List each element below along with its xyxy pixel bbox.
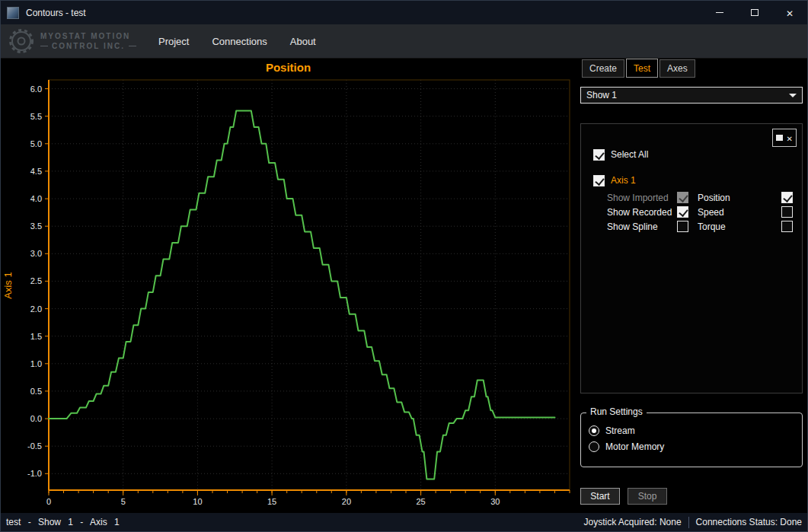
- tab-bar: Create Test Axes: [580, 59, 803, 78]
- menu-project[interactable]: Project: [147, 24, 200, 58]
- app-icon: [7, 7, 19, 19]
- show-recorded-label: Show Recorded: [607, 207, 677, 218]
- svg-text:5.0: 5.0: [30, 139, 42, 148]
- svg-text:15: 15: [267, 497, 276, 506]
- myostat-logo: MYOSTAT MOTION CONTROL INC.: [8, 28, 147, 54]
- minimize-button[interactable]: [702, 1, 737, 24]
- status-bar: test - Show 1 - Axis 1 Joystick Acquired…: [1, 513, 807, 531]
- torque-checkbox[interactable]: [781, 221, 793, 232]
- connection-status: Connections Status: Done: [696, 517, 802, 527]
- svg-text:1.5: 1.5: [30, 332, 42, 341]
- menu-bar: MYOSTAT MOTION CONTROL INC. Project Conn…: [1, 24, 807, 59]
- show-imported-checkbox[interactable]: [677, 192, 688, 203]
- svg-text:0.0: 0.0: [30, 414, 42, 423]
- logo-rule-left: [40, 46, 48, 46]
- svg-text:5.5: 5.5: [30, 112, 42, 121]
- svg-text:4.5: 4.5: [30, 167, 42, 176]
- show-imported-label: Show Imported: [607, 193, 677, 203]
- logo-rule-right: [129, 46, 136, 46]
- action-buttons: Start Stop: [580, 488, 803, 505]
- run-settings-group: Run Settings Stream Motor Memory: [580, 413, 803, 467]
- torque-label: Torque: [698, 221, 781, 232]
- panel-minimize-icon[interactable]: [776, 135, 783, 141]
- svg-text:2.0: 2.0: [30, 304, 42, 314]
- speed-label: Speed: [698, 207, 781, 218]
- close-button[interactable]: [772, 1, 807, 24]
- axis1-label: Axis 1: [611, 175, 636, 186]
- start-button[interactable]: Start: [580, 488, 620, 505]
- axis1-row[interactable]: Axis 1: [593, 173, 793, 188]
- tab-axes[interactable]: Axes: [659, 59, 695, 78]
- svg-text:-0.5: -0.5: [27, 441, 42, 451]
- svg-text:0.5: 0.5: [30, 387, 42, 396]
- select-all-row[interactable]: Select All: [593, 147, 793, 162]
- select-all-checkbox[interactable]: [593, 149, 605, 161]
- logo-text: MYOSTAT MOTION CONTROL INC.: [40, 31, 136, 52]
- status-right: Joystick Acquired: None Connections Stat…: [584, 517, 802, 528]
- show-recorded-checkbox[interactable]: [677, 206, 688, 218]
- position-checkbox[interactable]: [781, 192, 793, 203]
- motor-memory-radio-row[interactable]: Motor Memory: [589, 438, 794, 454]
- show-spline-label: Show Spline: [607, 221, 677, 232]
- menu-about[interactable]: About: [279, 24, 327, 58]
- stream-radio[interactable]: [589, 425, 599, 436]
- close-icon: [786, 6, 794, 20]
- stream-radio-row[interactable]: Stream: [589, 422, 794, 438]
- app-window: Contours - test MYOSTAT MOTION CONTROL I…: [0, 0, 808, 532]
- chevron-down-icon: [789, 94, 797, 97]
- show-spline-row: Show Spline Torque: [607, 219, 793, 234]
- axis1-checkbox[interactable]: [593, 175, 605, 186]
- title-bar[interactable]: Contours - test: [1, 1, 807, 24]
- speed-checkbox[interactable]: [781, 206, 793, 218]
- svg-text:1.0: 1.0: [30, 359, 42, 368]
- svg-text:25: 25: [416, 497, 425, 506]
- show-recorded-row: Show Recorded Speed: [607, 205, 793, 219]
- maximize-icon: [751, 9, 758, 16]
- svg-text:Axis 1: Axis 1: [2, 272, 14, 298]
- run-settings-title: Run Settings: [586, 406, 647, 417]
- status-context: test - Show 1 - Axis 1: [6, 517, 120, 527]
- logo-line2: CONTROL INC.: [52, 41, 125, 52]
- svg-text:20: 20: [342, 497, 351, 506]
- main-content: Position 6.05.55.04.54.03.53.02.52.01.51…: [1, 59, 807, 513]
- minimize-icon: [716, 12, 723, 13]
- stream-label: Stream: [605, 425, 635, 436]
- svg-text:30: 30: [490, 497, 500, 506]
- side-panel: Create Test Axes Show 1 Select All: [576, 59, 807, 513]
- stop-button[interactable]: Stop: [628, 488, 667, 505]
- svg-text:10: 10: [193, 497, 202, 506]
- svg-text:3.5: 3.5: [30, 221, 42, 231]
- chart-title: Position: [1, 59, 576, 75]
- joystick-status: Joystick Acquired: None: [584, 517, 682, 527]
- svg-text:6.0: 6.0: [30, 84, 42, 94]
- gear-icon: [8, 28, 34, 54]
- show-selector-dropdown[interactable]: Show 1: [580, 87, 803, 104]
- status-separator: [688, 517, 689, 528]
- svg-text:0: 0: [46, 497, 51, 506]
- select-all-label: Select All: [611, 149, 648, 160]
- series-visibility-panel: Select All Axis 1 Show Imported Position…: [580, 123, 803, 393]
- show-imported-row: Show Imported Position: [607, 190, 793, 205]
- axis1-options: Show Imported Position Show Recorded Spe…: [593, 190, 793, 234]
- svg-text:-1.0: -1.0: [27, 469, 42, 478]
- svg-text:4.0: 4.0: [30, 194, 42, 203]
- tab-test[interactable]: Test: [626, 59, 658, 78]
- window-title: Contours - test: [26, 8, 86, 18]
- dropdown-value: Show 1: [586, 90, 617, 100]
- svg-text:3.0: 3.0: [30, 249, 42, 258]
- chart-area: Position 6.05.55.04.54.03.53.02.52.01.51…: [1, 59, 576, 513]
- panel-close-icon[interactable]: [787, 131, 793, 145]
- motor-memory-label: Motor Memory: [605, 441, 664, 452]
- position-label: Position: [698, 193, 781, 203]
- show-spline-checkbox[interactable]: [677, 221, 688, 232]
- panel-window-controls: [772, 129, 797, 147]
- window-controls: [702, 1, 807, 24]
- svg-text:5: 5: [121, 497, 126, 506]
- tab-create[interactable]: Create: [582, 59, 624, 78]
- svg-text:2.5: 2.5: [30, 276, 42, 285]
- position-chart: 6.05.55.04.54.03.53.02.52.01.51.00.50.0-…: [1, 75, 576, 513]
- logo-line1: MYOSTAT MOTION: [40, 31, 136, 42]
- menu-connections[interactable]: Connections: [200, 24, 278, 58]
- maximize-button[interactable]: [737, 1, 772, 24]
- motor-memory-radio[interactable]: [589, 441, 599, 452]
